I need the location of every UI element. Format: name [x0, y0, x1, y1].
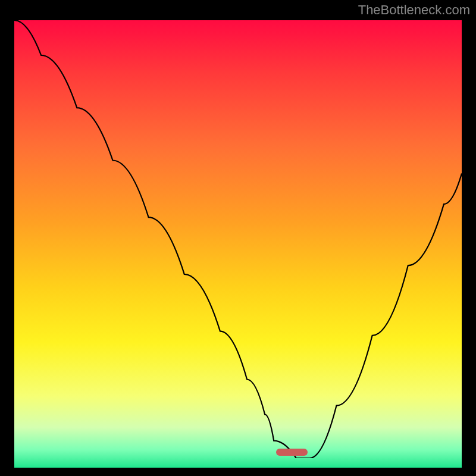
plot-area — [14, 20, 462, 458]
chart-container: TheBottleneck.com — [0, 0, 476, 476]
watermark-text: TheBottleneck.com — [358, 2, 470, 18]
bottleneck-curve — [14, 20, 462, 458]
optimal-marker — [276, 449, 308, 456]
curve-path — [14, 20, 462, 458]
